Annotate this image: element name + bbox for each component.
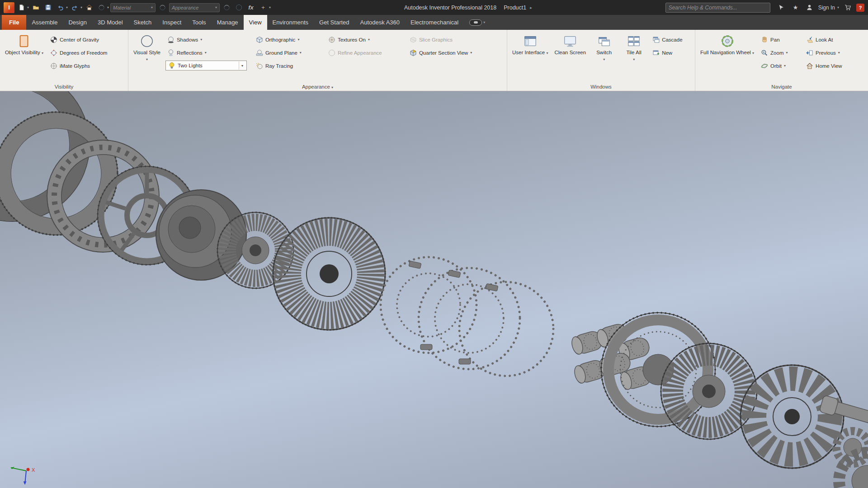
tab-sketch[interactable]: Sketch bbox=[128, 15, 157, 30]
tab-autodesk-a360[interactable]: Autodesk A360 bbox=[355, 15, 405, 30]
shadows-button[interactable]: Shadows ▾ bbox=[165, 33, 250, 46]
open-button[interactable] bbox=[30, 2, 41, 13]
tab-file[interactable]: File bbox=[2, 15, 26, 30]
tab-view[interactable]: View bbox=[244, 15, 267, 30]
user-interface-dropdown[interactable]: ▾ bbox=[546, 51, 548, 55]
document-title-arrow[interactable]: ▸ bbox=[530, 5, 532, 10]
tile-all-dropdown[interactable]: ▾ bbox=[633, 57, 635, 62]
user-interface-button[interactable]: User Interface ▾ bbox=[511, 32, 549, 81]
switch-dropdown[interactable]: ▾ bbox=[603, 57, 605, 62]
appearance-combo[interactable]: Appearance▾ bbox=[169, 3, 220, 12]
user-icon[interactable] bbox=[804, 2, 815, 13]
tab-get-started[interactable]: Get Started bbox=[314, 15, 354, 30]
ground-plane-icon bbox=[256, 49, 263, 56]
look-at-button[interactable]: Look At bbox=[804, 33, 853, 46]
tab-electromechanical[interactable]: Electromechanical bbox=[405, 15, 464, 30]
parameters-fx-button[interactable]: fx bbox=[245, 2, 256, 13]
pan-button[interactable]: Pan bbox=[759, 33, 801, 46]
visual-style-icon bbox=[140, 34, 154, 48]
quick-access-customize-dropdown[interactable]: ▾ bbox=[269, 5, 271, 9]
quarter-section-view-button[interactable]: Quarter Section View ▾ bbox=[408, 47, 494, 59]
redo-dropdown[interactable]: ▾ bbox=[80, 5, 82, 9]
app-store-cart-icon[interactable] bbox=[842, 2, 853, 13]
tab-environments[interactable]: Environments bbox=[267, 15, 314, 30]
object-visibility-dropdown[interactable]: ▾ bbox=[42, 51, 43, 55]
tab-tools[interactable]: Tools bbox=[187, 15, 211, 30]
zoom-button[interactable]: Zoom ▾ bbox=[759, 47, 801, 59]
appearance-ball-icon[interactable] bbox=[157, 2, 168, 13]
appearance-combo-arrow: ▾ bbox=[215, 5, 217, 9]
ground-plane-dropdown[interactable]: ▾ bbox=[300, 51, 302, 55]
quarter-section-view-dropdown[interactable]: ▾ bbox=[470, 51, 472, 55]
new-file-dropdown[interactable]: ▾ bbox=[27, 5, 29, 9]
ribbon-display-options[interactable]: ▾ bbox=[464, 15, 491, 30]
visual-style-dropdown[interactable]: ▾ bbox=[146, 57, 148, 62]
sign-in-link[interactable]: Sign In bbox=[818, 5, 835, 11]
undo-button[interactable] bbox=[55, 2, 66, 13]
home-view-button[interactable]: Home View bbox=[804, 60, 853, 72]
home-button[interactable] bbox=[84, 2, 94, 13]
tab-manage[interactable]: Manage bbox=[212, 15, 244, 30]
cursor-tool-icon[interactable] bbox=[776, 2, 787, 13]
orbit-button[interactable]: Orbit ▾ bbox=[759, 60, 801, 72]
tile-all-button[interactable]: Tile All ▾ bbox=[621, 32, 647, 81]
clean-screen-button[interactable]: Clean Screen bbox=[553, 32, 587, 81]
redo-button[interactable] bbox=[69, 2, 80, 13]
adjust-appearance-icon[interactable] bbox=[221, 2, 232, 13]
clear-appearance-icon[interactable] bbox=[233, 2, 244, 13]
undo-dropdown[interactable]: ▾ bbox=[66, 5, 68, 9]
orbit-dropdown[interactable]: ▾ bbox=[784, 64, 786, 68]
ribbon-group-navigate: Full Navigation Wheel ▾ Pan Zoom ▾ Orbit… bbox=[695, 30, 868, 91]
search-input[interactable] bbox=[669, 5, 767, 11]
tab-design[interactable]: Design bbox=[63, 15, 92, 30]
reflections-button[interactable]: Reflections ▾ bbox=[165, 47, 250, 59]
appearance-group-dropdown[interactable]: ▾ bbox=[331, 85, 333, 89]
help-icon[interactable]: ? bbox=[856, 4, 864, 12]
engine-model[interactable]: X Z bbox=[0, 91, 868, 488]
full-navigation-wheel-button[interactable]: Full Navigation Wheel ▾ bbox=[699, 32, 755, 81]
save-button[interactable] bbox=[42, 2, 53, 13]
center-of-gravity-button[interactable]: Center of Gravity bbox=[48, 33, 109, 46]
cascade-button[interactable]: Cascade bbox=[651, 33, 684, 46]
new-file-button[interactable] bbox=[16, 2, 27, 13]
ground-plane-button[interactable]: Ground Plane ▾ bbox=[254, 47, 323, 59]
zoom-dropdown[interactable]: ▾ bbox=[786, 51, 788, 55]
orbit-icon bbox=[761, 62, 768, 70]
appearance-combo-value: Appearance bbox=[172, 5, 198, 10]
full-navigation-wheel-dropdown[interactable]: ▾ bbox=[752, 51, 754, 55]
ray-tracing-button[interactable]: Ray Tracing bbox=[254, 60, 323, 72]
new-window-button[interactable]: New bbox=[651, 47, 684, 59]
textures-on-button[interactable]: Textures On ▾ bbox=[326, 33, 398, 46]
sign-in-dropdown[interactable]: ▾ bbox=[837, 5, 839, 9]
object-visibility-button[interactable]: Object Visibility ▾ bbox=[4, 32, 45, 81]
model-viewport[interactable]: X Z bbox=[0, 91, 868, 488]
textures-on-dropdown[interactable]: ▾ bbox=[368, 38, 370, 42]
reflections-icon bbox=[167, 49, 175, 56]
visual-style-button[interactable]: Visual Style ▾ bbox=[132, 32, 162, 81]
favorites-star-icon[interactable]: ★ bbox=[790, 2, 801, 13]
group-label-appearance[interactable]: Appearance ▾ bbox=[128, 84, 507, 89]
orthographic-button[interactable]: Orthographic ▾ bbox=[254, 33, 323, 46]
orthographic-dropdown[interactable]: ▾ bbox=[297, 38, 299, 42]
material-ball-icon[interactable] bbox=[96, 2, 107, 13]
imate-glyphs-button[interactable]: iMate Glyphs bbox=[48, 60, 109, 72]
search-box[interactable] bbox=[665, 3, 770, 13]
imate-glyphs-label: iMate Glyphs bbox=[60, 63, 90, 69]
tab-assemble[interactable]: Assemble bbox=[26, 15, 63, 30]
ribbon-group-windows: User Interface ▾ Clean Screen Switch ▾ T… bbox=[507, 30, 695, 91]
tab-inspect[interactable]: Inspect bbox=[157, 15, 187, 30]
material-combo[interactable]: Material▾ bbox=[110, 3, 156, 12]
switch-button[interactable]: Switch ▾ bbox=[591, 32, 617, 81]
tab-3d-model[interactable]: 3D Model bbox=[92, 15, 128, 30]
shadows-dropdown[interactable]: ▾ bbox=[200, 38, 202, 42]
textures-on-label: Textures On bbox=[338, 37, 366, 42]
degrees-of-freedom-button[interactable]: Degrees of Freedom bbox=[48, 47, 109, 59]
previous-view-dropdown[interactable]: ▾ bbox=[838, 51, 840, 55]
reflections-dropdown[interactable]: ▾ bbox=[205, 51, 207, 55]
lighting-style-combo-arrow[interactable]: ▾ bbox=[239, 61, 245, 70]
add-quick-access-button[interactable]: + bbox=[258, 2, 269, 13]
zoom-magnifier-icon bbox=[761, 49, 768, 56]
previous-view-button[interactable]: Previous ▾ bbox=[804, 47, 853, 59]
material-ball-dropdown[interactable]: ▾ bbox=[107, 5, 109, 9]
lighting-style-combo[interactable]: Two Lights ▾ bbox=[165, 61, 247, 70]
